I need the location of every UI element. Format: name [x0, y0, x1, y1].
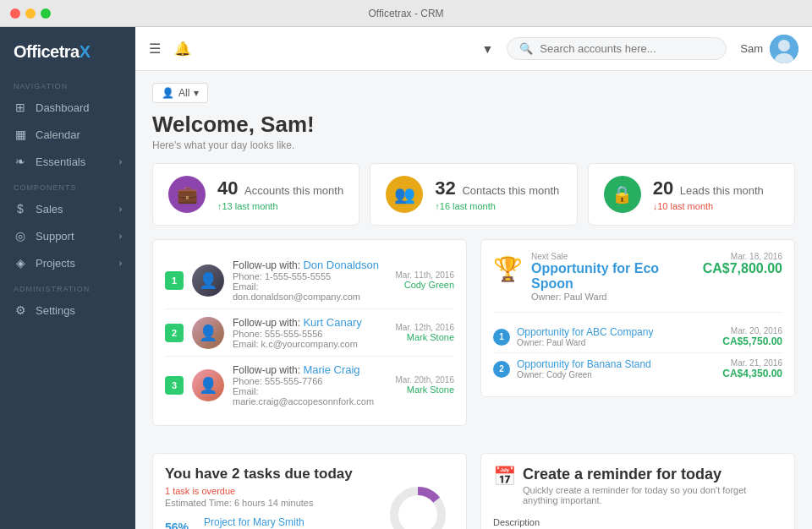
- accounts-change: ↑13 last month: [217, 201, 343, 211]
- followup-name-1[interactable]: Don Donaldson: [303, 259, 379, 271]
- followup-avatar-1: 👤: [192, 264, 224, 297]
- sidebar-item-settings[interactable]: ⚙ Settings: [0, 297, 135, 324]
- menu-icon[interactable]: ☰: [149, 41, 161, 57]
- settings-icon: ⚙: [14, 303, 27, 317]
- followup-item: 2 👤 Follow-up with: Kurt Canary Phone: 5…: [165, 309, 454, 357]
- main-area: ☰ 🔔 ▼ 🔍 Sam: [135, 27, 812, 529]
- opp-top-title[interactable]: Opportunity for Eco Spoon: [531, 261, 694, 292]
- followup-info-2: Follow-up with: Kurt Canary Phone: 555-5…: [233, 316, 387, 349]
- task-item-1: 56% Project for Mary Smith Product Trial: [165, 516, 371, 529]
- accounts-label: Accounts this month: [244, 184, 343, 197]
- opp-info-2: Opportunity for Banana Stand Owner: Cody…: [517, 358, 716, 379]
- opp-owner-2: Owner: Cody Green: [517, 370, 716, 379]
- tasks-time: Estimated Time: 6 hours 14 minutes: [165, 498, 371, 508]
- opp-right-2: Mar. 21, 2016 CA$4,350.00: [722, 358, 782, 379]
- task-detail-1: Project for Mary Smith Product Trial: [204, 516, 371, 529]
- essentials-icon: ❧: [14, 155, 27, 168]
- sidebar-item-label: Settings: [36, 304, 75, 317]
- right-column: 🏆 Next Sale Opportunity for Eco Spoon Ow…: [480, 239, 795, 439]
- tasks-info: You have 2 tasks due today 1 task is ove…: [165, 466, 371, 529]
- contacts-change: ↑16 last month: [435, 201, 559, 211]
- user-area: Sam: [740, 35, 798, 63]
- user-name: Sam: [740, 42, 763, 55]
- header: ☰ 🔔 ▼ 🔍 Sam: [135, 27, 812, 71]
- reminder-title: Create a reminder for today: [523, 466, 782, 483]
- admin-section-label: ADMINISTRATION: [0, 276, 135, 297]
- sidebar-item-label: Projects: [36, 257, 75, 270]
- followup-name-3[interactable]: Marie Craig: [303, 363, 359, 376]
- opp-date-2: Mar. 21, 2016: [722, 358, 782, 368]
- task-name-1[interactable]: Project for Mary Smith: [204, 516, 371, 528]
- opportunities-card: 🏆 Next Sale Opportunity for Eco Spoon Ow…: [480, 239, 795, 397]
- followup-prefix: Follow-up with:: [233, 259, 300, 271]
- followup-prefix: Follow-up with:: [233, 317, 300, 329]
- followup-num-2: 2: [165, 324, 184, 342]
- opp-num-2: 2: [493, 361, 510, 378]
- sidebar-item-dashboard[interactable]: ⊞ Dashboard: [0, 94, 135, 121]
- contacts-number: 32: [435, 177, 455, 199]
- svg-point-1: [778, 40, 790, 52]
- titlebar: Officetrax - CRM: [0, 0, 812, 27]
- stat-card-contacts: 👥 32 Contacts this month ↑16 last month: [370, 163, 577, 226]
- followup-email-1: Email: don.donaldson@company.com: [233, 281, 387, 302]
- trophy-icon: 🏆: [493, 255, 523, 283]
- maximize-button[interactable]: [41, 8, 51, 19]
- left-column: 1 👤 Follow-up with: Don Donaldson Phone:…: [152, 239, 467, 439]
- search-input[interactable]: [540, 42, 714, 55]
- followup-phone-2: Phone: 555-555-5556: [233, 329, 387, 339]
- filter-icon[interactable]: ▼: [481, 42, 493, 56]
- leads-info: 20 Leads this month ↓10 last month: [653, 177, 764, 211]
- followup-item: 1 👤 Follow-up with: Don Donaldson Phone:…: [165, 252, 454, 309]
- opportunity-header: 🏆 Next Sale Opportunity for Eco Spoon Ow…: [493, 252, 782, 313]
- reminder-icon: 📅: [493, 466, 516, 488]
- opp-num-1: 1: [493, 329, 510, 346]
- opp-name-2[interactable]: Opportunity for Banana Stand: [517, 358, 716, 370]
- search-icon: 🔍: [519, 42, 533, 55]
- logo-text: OfficetraX: [14, 42, 91, 62]
- search-bar[interactable]: 🔍: [507, 37, 727, 60]
- followup-info-1: Follow-up with: Don Donaldson Phone: 1-5…: [233, 259, 387, 302]
- sidebar-item-sales[interactable]: $ Sales ›: [0, 195, 135, 222]
- followup-phone-1: Phone: 1-555-555-5555: [233, 271, 387, 281]
- content: 👤 All ▾ Welcome, Sam! Here's what your d…: [135, 71, 812, 529]
- accounts-number: 40: [217, 177, 238, 199]
- followup-avatar-2: 👤: [192, 317, 224, 349]
- followup-prefix: Follow-up with:: [233, 364, 300, 376]
- opp-name-1[interactable]: Opportunity for ABC Company: [517, 326, 716, 338]
- opp-header-info: Next Sale Opportunity for Eco Spoon Owne…: [531, 252, 694, 302]
- reminder-subtitle: Quickly create a reminder for today so y…: [523, 485, 782, 505]
- followup-email-3: Email: marie.craig@accopesonnfork.com: [233, 386, 387, 406]
- stats-row: 💼 40 Accounts this month ↑13 last month …: [152, 163, 795, 226]
- all-dropdown-button[interactable]: 👤 All ▾: [152, 83, 208, 103]
- followup-name-2[interactable]: Kurt Canary: [303, 316, 361, 329]
- opp-item-1: 1 Opportunity for ABC Company Owner: Pau…: [493, 321, 782, 353]
- opp-item-2: 2 Opportunity for Banana Stand Owner: Co…: [493, 353, 782, 384]
- opp-top-right: Mar. 18, 2016 CA$7,800.00: [703, 252, 782, 276]
- contacts-info: 32 Contacts this month ↑16 last month: [435, 177, 559, 211]
- followup-num-3: 3: [165, 376, 184, 395]
- close-button[interactable]: [10, 8, 20, 19]
- tasks-overdue: 1 task is overdue: [165, 486, 371, 496]
- sidebar-item-support[interactable]: ◎ Support ›: [0, 222, 135, 249]
- window-controls: [10, 8, 51, 19]
- bell-icon[interactable]: 🔔: [174, 41, 191, 57]
- sidebar-item-calendar[interactable]: ▦ Calendar: [0, 121, 135, 148]
- components-section-label: COMPONENTS: [0, 175, 135, 195]
- donut-chart: 14%: [381, 466, 454, 529]
- minimize-button[interactable]: [25, 8, 36, 19]
- welcome-title: Welcome, Sam!: [152, 112, 795, 138]
- welcome-subtitle: Here's what your day looks like.: [152, 139, 795, 151]
- sidebar-item-essentials[interactable]: ❧ Essentials ›: [0, 148, 135, 175]
- contacts-label: Contacts this month: [462, 184, 559, 197]
- leads-icon: 🔒: [604, 176, 641, 213]
- followups-card: 1 👤 Follow-up with: Don Donaldson Phone:…: [152, 239, 467, 426]
- sidebar-item-label: Sales: [36, 203, 63, 215]
- avatar: [770, 35, 798, 63]
- followup-num-1: 1: [165, 271, 184, 290]
- chevron-right-icon: ›: [119, 157, 122, 166]
- bottom-grid: You have 2 tasks due today 1 task is ove…: [152, 453, 795, 529]
- accounts-icon: 💼: [168, 176, 206, 213]
- sidebar-item-projects[interactable]: ◈ Projects ›: [0, 249, 135, 276]
- dashboard-icon: ⊞: [14, 101, 27, 114]
- followup-info-3: Follow-up with: Marie Craig Phone: 555-5…: [233, 363, 387, 406]
